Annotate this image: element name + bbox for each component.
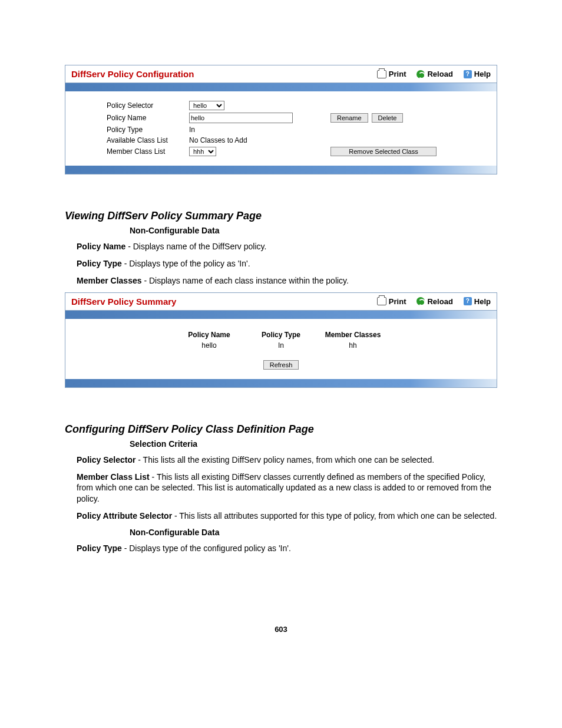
print-icon xyxy=(377,297,386,305)
panel-title: DiffServ Policy Configuration xyxy=(71,69,377,79)
summary-table: Policy Name Policy Type Member Classes h… xyxy=(173,330,389,351)
sub-heading-noncfg2: Non-Configurable Data xyxy=(130,528,497,537)
cell-policy-type: In xyxy=(245,340,317,351)
policy-name-label: Policy Name xyxy=(107,114,189,122)
policy-name-input[interactable] xyxy=(189,113,293,123)
desc-policy-type: Policy Type - Displays type of the polic… xyxy=(77,258,497,269)
cell-member-classes: hh xyxy=(317,340,389,351)
reload-link[interactable]: Reload xyxy=(416,297,452,306)
col-policy-name: Policy Name xyxy=(173,330,245,340)
available-class-list-value: No Classes to Add xyxy=(189,136,247,144)
separator-bar xyxy=(65,83,497,91)
table-row: hello In hh xyxy=(173,340,389,351)
reload-label: Reload xyxy=(427,70,452,78)
diffserv-config-panel: DiffServ Policy Configuration Print Relo… xyxy=(65,65,497,174)
print-label: Print xyxy=(389,70,406,78)
desc-policy-attribute-selector: Policy Attribute Selector - This lists a… xyxy=(77,510,497,522)
col-member-classes: Member Classes xyxy=(317,330,389,340)
rename-button[interactable]: Rename xyxy=(330,113,368,123)
member-class-list-label: Member Class List xyxy=(107,147,189,156)
reload-icon xyxy=(416,70,425,78)
reload-label: Reload xyxy=(427,297,452,306)
policy-type-value: In xyxy=(189,126,195,134)
cell-policy-name: hello xyxy=(173,340,245,351)
sub-heading-noncfg: Non-Configurable Data xyxy=(130,226,497,235)
col-policy-type: Policy Type xyxy=(245,330,317,340)
print-link[interactable]: Print xyxy=(377,70,406,78)
desc-member-class-list: Member Class List - This lists all exist… xyxy=(77,472,497,505)
page-number: 603 xyxy=(65,625,497,634)
desc-policy-selector: Policy Selector - This lists all the exi… xyxy=(77,454,497,466)
reload-link[interactable]: Reload xyxy=(416,70,452,78)
help-label: Help xyxy=(474,70,491,78)
help-label: Help xyxy=(474,297,491,306)
table-header-row: Policy Name Policy Type Member Classes xyxy=(173,330,389,340)
panel-title: DiffServ Policy Summary xyxy=(71,297,377,307)
help-icon: ? xyxy=(464,297,472,305)
print-link[interactable]: Print xyxy=(377,297,406,306)
desc-policy-name: Policy Name - Displays name of the DiffS… xyxy=(77,241,497,252)
delete-button[interactable]: Delete xyxy=(372,113,404,123)
remove-selected-class-button[interactable]: Remove Selected Class xyxy=(330,147,437,156)
refresh-button[interactable]: Refresh xyxy=(263,360,299,370)
help-link[interactable]: ? Help xyxy=(464,70,491,78)
help-link[interactable]: ? Help xyxy=(464,297,491,306)
diffserv-summary-panel: DiffServ Policy Summary Print Reload ? H… xyxy=(65,292,497,388)
desc-policy-type2: Policy Type - Displays type of the confi… xyxy=(77,543,497,554)
policy-type-label: Policy Type xyxy=(107,126,189,134)
print-label: Print xyxy=(389,297,406,306)
section-title-viewing: Viewing DiffServ Policy Summary Page xyxy=(65,210,497,222)
help-icon: ? xyxy=(464,70,472,78)
reload-icon xyxy=(416,297,425,305)
available-class-list-label: Available Class List xyxy=(107,136,189,144)
policy-selector-select[interactable]: hello xyxy=(189,101,224,110)
separator-bar-bottom xyxy=(65,166,497,174)
separator-bar-bottom xyxy=(65,379,497,387)
desc-member-classes: Member Classes - Displays name of each c… xyxy=(77,275,497,286)
section-title-configuring: Configuring DiffServ Policy Class Defini… xyxy=(65,423,497,436)
print-icon xyxy=(377,70,386,78)
separator-bar xyxy=(65,311,497,319)
summary-body: Policy Name Policy Type Member Classes h… xyxy=(65,319,497,379)
member-class-list-select[interactable]: hhh xyxy=(189,147,216,156)
panel-body: Policy Selector hello Policy Name Rename… xyxy=(65,91,497,166)
policy-selector-label: Policy Selector xyxy=(107,101,189,110)
panel-header: DiffServ Policy Configuration Print Relo… xyxy=(65,65,497,83)
panel-header: DiffServ Policy Summary Print Reload ? H… xyxy=(65,293,497,311)
sub-heading-selection: Selection Criteria xyxy=(130,439,497,449)
